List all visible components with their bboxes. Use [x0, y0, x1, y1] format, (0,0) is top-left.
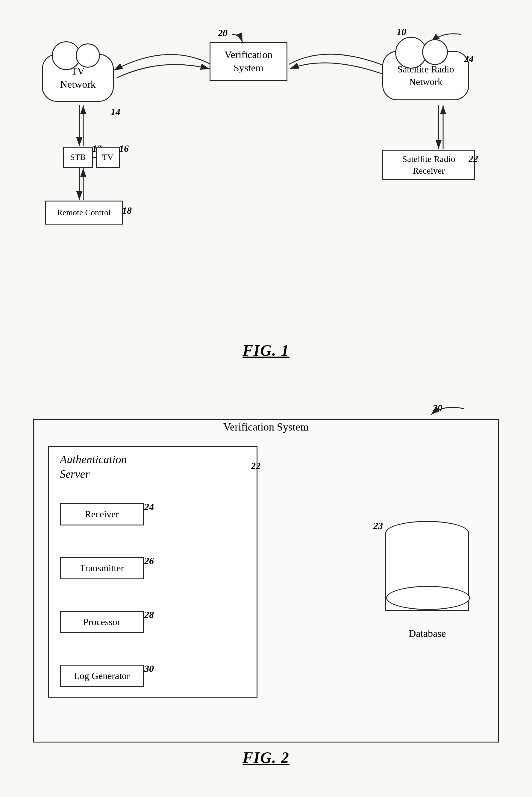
tv-box: TV	[96, 147, 120, 168]
verification-system-box: Verification System	[210, 42, 287, 81]
fig1-title: FIG. 1	[243, 342, 289, 359]
ref-23-fig2: 23	[373, 520, 383, 531]
auth-server-label: Authentication Server	[60, 452, 127, 482]
receiver-label: Receiver	[85, 509, 119, 520]
page: 10	[0, 0, 532, 797]
verification-system-label: Verification System	[225, 48, 273, 75]
stb-box: STB	[63, 147, 93, 168]
ref-20-fig2: 20	[433, 403, 442, 414]
fig2-diagram: 20 Verification System	[24, 386, 508, 770]
ref-24: 24	[464, 53, 474, 64]
ref-22-fig1: 22	[469, 153, 478, 164]
tv-network-label: TV Network	[60, 65, 96, 91]
fig1-diagram: 10	[24, 18, 508, 362]
stb-label: STB	[70, 152, 85, 163]
tv-label: TV	[102, 152, 113, 163]
verification-system-label-fig2: Verification System	[223, 421, 309, 433]
transmitter-label: Transmitter	[80, 563, 124, 574]
processor-box: Processor	[60, 611, 144, 633]
log-generator-box: Log Generator	[60, 665, 144, 687]
processor-label: Processor	[83, 616, 120, 628]
ref-10: 10	[397, 26, 406, 37]
transmitter-box: Transmitter	[60, 557, 144, 579]
fig2-title: FIG. 2	[243, 749, 289, 766]
ref-30-fig2: 30	[144, 663, 154, 674]
satellite-radio-network-cloud: Satellite Radio Network	[382, 51, 469, 100]
ref-26-fig2: 26	[144, 555, 154, 567]
ref-24-fig2: 24	[144, 501, 154, 513]
tv-network-cloud: TV Network	[42, 54, 114, 102]
satellite-radio-network-label: Satellite Radio Network	[397, 63, 454, 88]
ref-14: 14	[111, 106, 120, 117]
cylinder-body	[385, 533, 469, 611]
satellite-radio-receiver-label: Satellite Radio Receiver	[402, 153, 455, 176]
ref-16: 16	[119, 143, 129, 154]
remote-control-box: Remote Control	[45, 201, 123, 225]
log-generator-label: Log Generator	[74, 670, 130, 681]
database-label: Database	[408, 628, 446, 639]
cylinder-bottom	[386, 586, 470, 610]
remote-control-label: Remote Control	[57, 207, 111, 218]
database-container: Database	[385, 521, 469, 623]
receiver-box: Receiver	[60, 503, 144, 526]
ref-28-fig2: 28	[144, 609, 154, 620]
ref-18: 18	[122, 205, 132, 216]
ref-20-fig1: 20	[218, 27, 228, 39]
satellite-radio-receiver-box: Satellite Radio Receiver	[382, 150, 475, 179]
ref-22-fig2: 22	[251, 460, 261, 472]
